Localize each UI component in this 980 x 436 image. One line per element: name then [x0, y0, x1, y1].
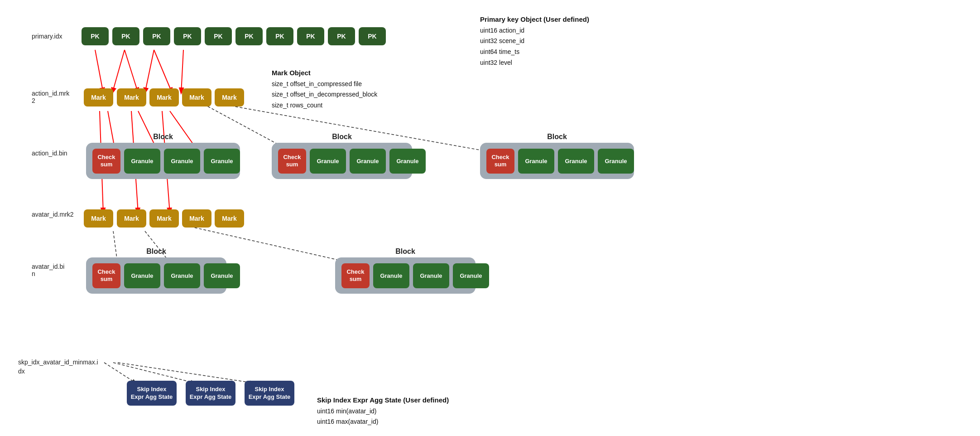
label-action-bin: action_id.bin: [32, 150, 67, 157]
checksum-4: Checksum: [92, 263, 120, 288]
primary-key-title: Primary key Object (User defined): [480, 14, 589, 25]
granule-3-1: Granule: [518, 149, 554, 174]
mark-info-line1: size_t offset_in_compressed file: [272, 79, 377, 90]
primary-key-line4: uint32 level: [480, 58, 589, 68]
pk-box-10: PK: [359, 27, 386, 45]
granule-4-1: Granule: [124, 263, 160, 288]
action-mark-3: Mark: [149, 88, 179, 107]
action-mark-5: Mark: [215, 88, 244, 107]
avatar-bin-block1: Block Checksum Granule Granule Granule: [86, 257, 226, 294]
avatar-mark-5: Mark: [215, 209, 244, 228]
svg-line-4: [154, 50, 172, 93]
granule-1-3: Granule: [204, 149, 240, 174]
skip-index-line2: uint16 max(avatar_id): [317, 417, 449, 427]
checksum-2: Checksum: [278, 149, 306, 174]
block1-label: Block: [153, 133, 173, 141]
action-mark-4: Mark: [182, 88, 211, 107]
diagram: primary.idx PK PK PK PK PK PK PK PK PK P…: [0, 0, 980, 436]
granule-2-3: Granule: [389, 149, 426, 174]
label-avatar-mrk2: avatar_id.mrk2: [32, 211, 74, 218]
label-skp-idx: skp_idx_avatar_id_minmax.idx: [18, 358, 118, 376]
action-bin-block2: Block Checksum Granule Granule Granule: [272, 143, 412, 179]
skip-index-1: Skip IndexExpr Agg State: [127, 381, 177, 406]
granule-2-1: Granule: [310, 149, 346, 174]
label-primary-idx: primary.idx: [32, 33, 62, 40]
action-bin-block1: Block Checksum Granule Granule Granule: [86, 143, 240, 179]
skip-index-title: Skip Index Expr Agg State (User defined): [317, 394, 449, 406]
skip-index-line1: uint16 min(avatar_id): [317, 406, 449, 417]
mark-info-line2: size_t offset_in_decompressed_block: [272, 89, 377, 100]
skip-index-3: Skip IndexExpr Agg State: [245, 381, 294, 406]
label-action-mrk2: action_id.mrk2: [32, 90, 77, 104]
svg-line-3: [145, 50, 154, 93]
granule-1-2: Granule: [164, 149, 200, 174]
granule-3-2: Granule: [558, 149, 594, 174]
granule-2-2: Granule: [350, 149, 386, 174]
mark-info-line3: size_t rows_count: [272, 100, 377, 111]
action-bin-block3: Block Checksum Granule Granule Granule: [480, 143, 634, 179]
granule-5-2: Granule: [413, 263, 449, 288]
checksum-5: Checksum: [341, 263, 370, 288]
primary-key-info: Primary key Object (User defined) uint16…: [480, 14, 589, 68]
action-mark-1: Mark: [84, 88, 113, 107]
pk-box-8: PK: [297, 27, 324, 45]
checksum-1: Checksum: [92, 149, 120, 174]
pk-box-2: PK: [112, 27, 139, 45]
pk-box-5: PK: [205, 27, 232, 45]
granule-3-3: Granule: [598, 149, 634, 174]
svg-line-1: [112, 50, 125, 93]
avatar-mark-1: Mark: [84, 209, 113, 228]
granule-4-3: Granule: [204, 263, 240, 288]
granule-1-1: Granule: [124, 149, 160, 174]
primary-key-line1: uint16 action_id: [480, 25, 589, 36]
block3-label: Block: [547, 133, 567, 141]
primary-key-line3: uint64 time_ts: [480, 47, 589, 58]
granule-5-3: Granule: [453, 263, 489, 288]
pk-box-3: PK: [143, 27, 170, 45]
label-avatar-bin: avatar_id.bin: [32, 263, 77, 277]
pk-box-6: PK: [235, 27, 263, 45]
svg-line-2: [125, 50, 138, 93]
avatar-mark-4: Mark: [182, 209, 211, 228]
avatar-block1-label: Block: [146, 247, 166, 256]
svg-line-0: [95, 50, 103, 93]
mark-object-title: Mark Object: [272, 67, 377, 79]
svg-line-5: [181, 50, 183, 93]
granule-5-1: Granule: [373, 263, 409, 288]
avatar-mark-3: Mark: [149, 209, 179, 228]
avatar-bin-block2: Block Checksum Granule Granule Granule: [335, 257, 476, 294]
pk-box-7: PK: [266, 27, 293, 45]
mark-object-info: Mark Object size_t offset_in_compressed …: [272, 67, 377, 111]
skip-index-2: Skip IndexExpr Agg State: [186, 381, 235, 406]
skip-index-info: Skip Index Expr Agg State (User defined)…: [317, 394, 449, 427]
avatar-mark-2: Mark: [117, 209, 146, 228]
granule-4-2: Granule: [164, 263, 200, 288]
pk-box-4: PK: [174, 27, 201, 45]
primary-key-line2: uint32 scene_id: [480, 36, 589, 47]
avatar-block2-label: Block: [395, 247, 415, 256]
pk-box-1: PK: [82, 27, 109, 45]
checksum-3: Checksum: [486, 149, 514, 174]
block2-label: Block: [332, 133, 352, 141]
action-mark-2: Mark: [117, 88, 146, 107]
pk-box-9: PK: [328, 27, 355, 45]
svg-line-18: [113, 363, 195, 383]
svg-line-19: [118, 363, 254, 383]
